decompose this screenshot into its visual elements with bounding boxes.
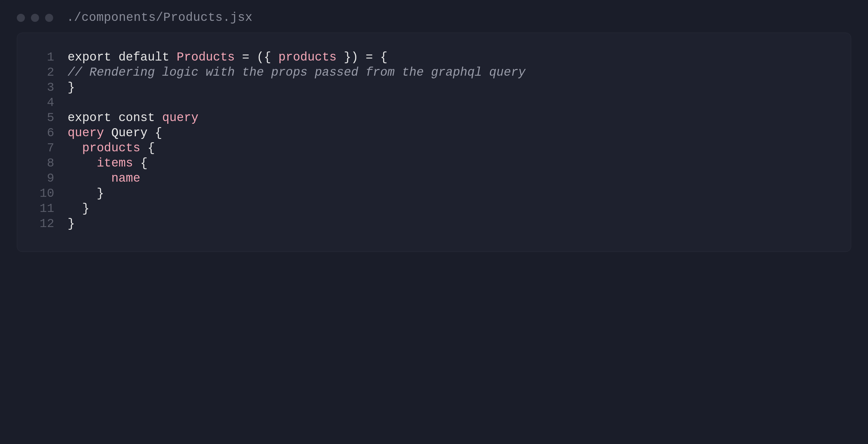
code-line[interactable]: 9 name bbox=[31, 171, 837, 186]
code-line[interactable]: 4 bbox=[31, 95, 837, 110]
maximize-icon[interactable] bbox=[45, 14, 53, 22]
code-token: query bbox=[162, 111, 198, 125]
code-content[interactable]: name bbox=[68, 171, 837, 186]
line-number: 1 bbox=[31, 50, 54, 65]
code-token: = bbox=[242, 51, 250, 64]
code-token: } bbox=[68, 81, 75, 95]
code-token: export bbox=[68, 111, 111, 125]
code-token: export bbox=[68, 51, 111, 64]
line-number: 3 bbox=[31, 80, 54, 95]
code-token: { bbox=[155, 126, 162, 140]
line-number: 2 bbox=[31, 65, 54, 80]
code-content[interactable]: query Query { bbox=[68, 125, 837, 140]
code-token bbox=[104, 126, 111, 140]
line-number: 7 bbox=[31, 140, 54, 156]
code-token: { bbox=[380, 51, 388, 64]
code-token bbox=[133, 156, 140, 170]
code-lines-container: 1export default Products = ({ products }… bbox=[31, 50, 837, 231]
code-content[interactable]: // Rendering logic with the props passed… bbox=[68, 65, 837, 80]
code-token: products bbox=[82, 141, 140, 155]
line-number: 8 bbox=[31, 156, 54, 171]
line-number: 12 bbox=[31, 216, 54, 231]
code-content[interactable]: } bbox=[68, 186, 837, 201]
code-token bbox=[373, 51, 380, 64]
code-line[interactable]: 5export const query bbox=[31, 110, 837, 125]
code-token: } bbox=[68, 217, 75, 231]
code-token bbox=[358, 51, 366, 64]
code-line[interactable]: 6query Query { bbox=[31, 125, 837, 140]
minimize-icon[interactable] bbox=[31, 14, 39, 22]
code-content[interactable]: export const query bbox=[68, 110, 837, 125]
code-token: } bbox=[97, 187, 104, 200]
code-content[interactable]: products { bbox=[68, 140, 837, 156]
code-line[interactable]: 10 } bbox=[31, 186, 837, 201]
code-token bbox=[68, 202, 82, 216]
line-number: 4 bbox=[31, 95, 54, 110]
code-token: { bbox=[140, 156, 148, 170]
code-token: Products bbox=[177, 51, 235, 64]
filename-label: ./components/Products.jsx bbox=[67, 11, 253, 25]
code-token bbox=[111, 111, 119, 125]
code-token: query bbox=[68, 126, 104, 140]
code-content[interactable]: } bbox=[68, 80, 837, 95]
code-token bbox=[235, 51, 242, 64]
code-content[interactable]: } bbox=[68, 216, 837, 231]
code-token bbox=[140, 141, 148, 155]
code-token: const bbox=[118, 111, 155, 125]
code-token: // Rendering logic with the props passed… bbox=[68, 66, 526, 80]
line-number: 6 bbox=[31, 125, 54, 140]
code-line[interactable]: 8 items { bbox=[31, 156, 837, 171]
code-token bbox=[68, 171, 111, 185]
editor-window: ./components/Products.jsx 1export defaul… bbox=[0, 0, 868, 265]
code-content[interactable]: items { bbox=[68, 156, 837, 171]
code-panel[interactable]: 1export default Products = ({ products }… bbox=[17, 33, 851, 252]
code-line[interactable]: 2// Rendering logic with the props passe… bbox=[31, 65, 837, 80]
close-icon[interactable] bbox=[17, 14, 25, 22]
code-line[interactable]: 12} bbox=[31, 216, 837, 231]
code-token bbox=[68, 141, 82, 155]
code-token bbox=[111, 51, 119, 64]
code-content[interactable]: export default Products = ({ products })… bbox=[68, 50, 837, 65]
code-token: products bbox=[279, 51, 337, 64]
line-number: 5 bbox=[31, 110, 54, 125]
traffic-lights bbox=[17, 14, 53, 22]
code-token bbox=[271, 51, 279, 64]
code-token bbox=[148, 126, 155, 140]
code-content[interactable]: } bbox=[68, 201, 837, 216]
code-token bbox=[68, 187, 97, 200]
code-token: items bbox=[97, 156, 133, 170]
code-token: { bbox=[148, 141, 155, 155]
code-token: name bbox=[111, 171, 140, 185]
code-token: } bbox=[82, 202, 90, 216]
code-line[interactable]: 11 } bbox=[31, 201, 837, 216]
line-number: 10 bbox=[31, 186, 54, 201]
code-token: }) bbox=[344, 51, 358, 64]
line-number: 9 bbox=[31, 171, 54, 186]
code-line[interactable]: 7 products { bbox=[31, 140, 837, 156]
code-line[interactable]: 3} bbox=[31, 80, 837, 95]
code-token: = bbox=[366, 51, 373, 64]
code-token bbox=[169, 51, 177, 64]
code-token: Query bbox=[111, 126, 148, 140]
code-line[interactable]: 1export default Products = ({ products }… bbox=[31, 50, 837, 65]
code-token: ({ bbox=[257, 51, 271, 64]
code-token bbox=[68, 156, 97, 170]
code-token bbox=[249, 51, 257, 64]
code-token: default bbox=[118, 51, 169, 64]
line-number: 11 bbox=[31, 201, 54, 216]
code-token bbox=[155, 111, 162, 125]
code-token bbox=[336, 51, 344, 64]
titlebar: ./components/Products.jsx bbox=[0, 0, 868, 33]
